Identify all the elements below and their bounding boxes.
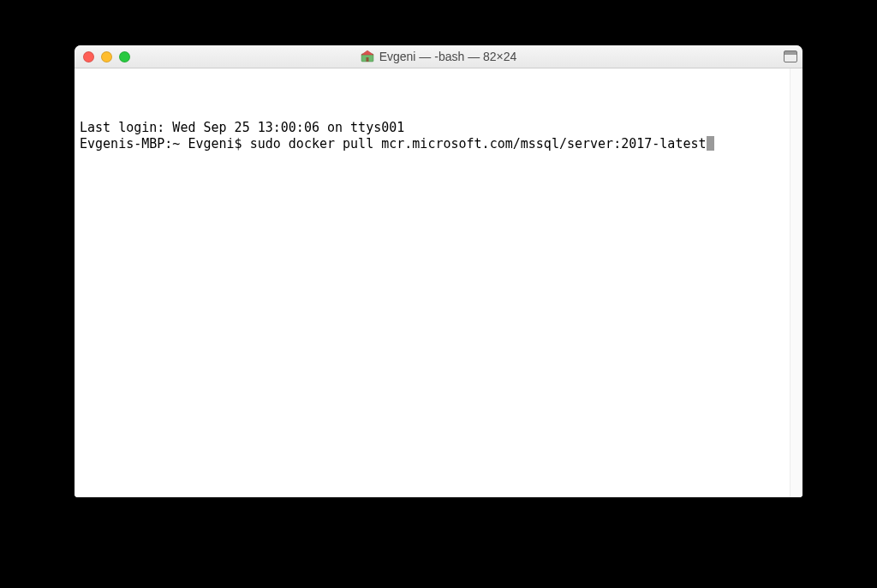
terminal-content[interactable]: Last login: Wed Sep 25 13:00:06 on ttys0… <box>75 68 802 497</box>
last-login-line: Last login: Wed Sep 25 13:00:06 on ttys0… <box>80 120 797 136</box>
svg-marker-1 <box>361 50 373 55</box>
panel-icon[interactable] <box>784 50 797 62</box>
window-title-text: Evgeni — -bash — 82×24 <box>379 50 517 63</box>
titlebar[interactable]: Evgeni — -bash — 82×24 <box>75 45 802 68</box>
close-button[interactable] <box>83 51 94 62</box>
maximize-button[interactable] <box>119 51 130 62</box>
cursor <box>707 136 714 151</box>
terminal-window: Evgeni — -bash — 82×24 Last login: Wed S… <box>75 45 802 497</box>
window-title-group: Evgeni — -bash — 82×24 <box>75 50 802 63</box>
traffic-lights <box>75 51 130 62</box>
minimize-button[interactable] <box>101 51 112 62</box>
shell-prompt: Evgenis-MBP:~ Evgeni$ <box>80 136 250 152</box>
command-text: sudo docker pull mcr.microsoft.com/mssql… <box>250 136 707 152</box>
titlebar-right <box>784 50 797 62</box>
svg-rect-2 <box>366 57 368 62</box>
home-folder-icon <box>361 50 374 63</box>
scrollbar[interactable] <box>790 68 802 497</box>
